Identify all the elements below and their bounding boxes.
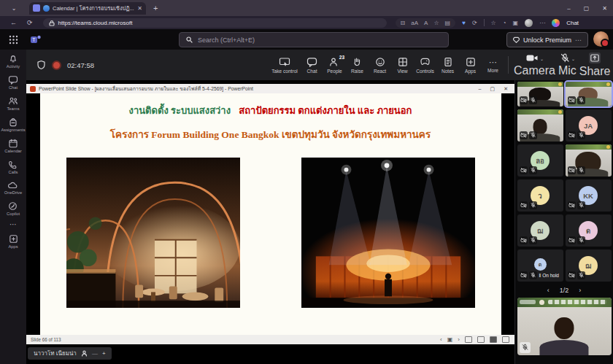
teams-header: T Search (Ctrl+Alt+E) Unlock Premium ⋯ bbox=[0, 29, 613, 50]
browser-profile-avatar[interactable] bbox=[525, 19, 533, 27]
participant-tile[interactable] bbox=[566, 144, 612, 177]
mic-button[interactable]: ⌄ Mic bbox=[557, 53, 578, 77]
unlock-premium-button[interactable]: Unlock Premium ⋯ bbox=[506, 32, 588, 47]
participant-tile[interactable]: ฌ bbox=[517, 214, 563, 247]
ppt-minimize-button[interactable]: – bbox=[479, 86, 482, 92]
new-tab-button[interactable]: + bbox=[153, 4, 158, 12]
camera-off-icon bbox=[520, 201, 528, 209]
collections-icon[interactable]: ▤ bbox=[445, 20, 451, 26]
camera-chevron-icon[interactable]: ⌄ bbox=[540, 56, 544, 62]
participant-tile[interactable]: ฌ bbox=[566, 249, 612, 282]
participant-tile[interactable] bbox=[517, 82, 563, 107]
controls-button[interactable]: Controls bbox=[414, 57, 436, 74]
meeting-timer: 02:47:58 bbox=[67, 61, 94, 69]
shared-screen-stage: PowerPoint Slide Show - [ผลงานเลื่อนเสนอ… bbox=[26, 80, 514, 364]
rail-item-calls[interactable]: Calls bbox=[8, 160, 18, 174]
restore-button[interactable]: ▢ bbox=[584, 5, 590, 12]
tab-search-icon[interactable]: ⌄ bbox=[7, 3, 20, 13]
copilot-icon[interactable] bbox=[552, 19, 560, 27]
rail-item-teams[interactable]: Teams bbox=[7, 96, 19, 111]
more-button[interactable]: ⋯ More bbox=[482, 58, 504, 73]
lock-icon bbox=[49, 20, 55, 26]
rail-item-calendar[interactable]: Calendar bbox=[4, 139, 22, 153]
camera-off-icon bbox=[520, 131, 528, 139]
presenter-share-bar[interactable]: นาวาโท เนียมน่า — + bbox=[28, 347, 112, 360]
browser-toolbar-icons: ⊟ aA A ☆ ▤ ♥ ⟳ ☆ ◔ ▣ ⋯ Chat bbox=[396, 18, 579, 28]
participants-sidebar: JA ลอ bbox=[514, 80, 613, 364]
virtual-bg-banner bbox=[566, 82, 612, 87]
split-screen-icon[interactable]: ⊟ bbox=[401, 20, 406, 26]
mic-chevron-icon[interactable]: ⌄ bbox=[571, 56, 575, 62]
minimize-button[interactable]: – bbox=[567, 5, 570, 12]
previous-slide-button[interactable]: ‹ bbox=[440, 336, 442, 343]
participant-tile[interactable]: KK bbox=[566, 179, 612, 212]
camera-off-icon bbox=[568, 131, 576, 139]
participant-tile[interactable] bbox=[566, 82, 612, 107]
spotlight-participant-tile[interactable] bbox=[517, 298, 612, 355]
refresh-icon[interactable]: ⟳ bbox=[27, 19, 33, 26]
participant-tile[interactable]: ด ‖ On hold bbox=[517, 249, 563, 282]
participant-tile[interactable]: JA bbox=[566, 109, 612, 142]
people-button[interactable]: 23 People bbox=[323, 57, 346, 74]
pager-prev-icon[interactable]: ‹ bbox=[547, 287, 550, 294]
pause-icon: ‖ bbox=[539, 273, 541, 278]
share-bar-add-button[interactable]: + bbox=[102, 350, 106, 357]
back-icon[interactable]: ← bbox=[10, 19, 17, 26]
tile-status-badges bbox=[520, 342, 531, 353]
search-icon bbox=[186, 36, 193, 43]
copilot-chat-label[interactable]: Chat bbox=[566, 20, 579, 26]
meeting-status: 02:47:58 bbox=[36, 60, 94, 70]
rail-item-activity[interactable]: Activity bbox=[7, 54, 20, 69]
ppt-close-button[interactable]: ✕ bbox=[504, 86, 508, 92]
url-field[interactable]: https://teams.cloud.microsoft bbox=[43, 18, 387, 28]
raise-hand-button[interactable]: Raise bbox=[346, 57, 369, 74]
react-button[interactable]: React bbox=[369, 57, 391, 74]
extensions-icon[interactable]: ☆ bbox=[491, 20, 496, 26]
browser-essentials-icon[interactable]: ♥ bbox=[462, 20, 466, 26]
participant-tile[interactable]: ด bbox=[566, 214, 612, 247]
sync-icon[interactable]: ⟳ bbox=[472, 20, 477, 26]
close-button[interactable]: ✕ bbox=[602, 5, 607, 12]
ppt-restore-button[interactable]: ▢ bbox=[490, 86, 496, 92]
presenter-icon bbox=[81, 350, 88, 357]
premium-more-icon[interactable]: ⋯ bbox=[575, 36, 582, 44]
take-control-button[interactable]: Take control bbox=[269, 57, 301, 74]
rail-item-assignments[interactable]: Assignments bbox=[1, 117, 25, 132]
participant-tile[interactable] bbox=[517, 109, 563, 142]
teams-profile-avatar[interactable] bbox=[593, 31, 609, 47]
pager-next-icon[interactable]: › bbox=[579, 287, 581, 294]
apps-button[interactable]: Apps bbox=[459, 57, 482, 74]
search-input[interactable]: Search (Ctrl+Alt+E) bbox=[179, 32, 449, 47]
next-slide-button[interactable]: › bbox=[458, 336, 460, 343]
notes-button[interactable]: Notes bbox=[436, 57, 459, 74]
view-button[interactable]: View bbox=[391, 57, 414, 74]
participant-tile[interactable]: ว bbox=[517, 179, 563, 212]
share-button[interactable]: Share bbox=[578, 53, 612, 78]
see-all-slides-button[interactable] bbox=[465, 336, 472, 343]
screenshot-icon[interactable]: ▣ bbox=[513, 20, 519, 26]
presenter-name: นาวาโท เนียมน่า bbox=[34, 349, 77, 358]
zoom-slide-button[interactable] bbox=[477, 336, 485, 343]
participant-tile[interactable]: ลอ bbox=[517, 144, 563, 177]
current-view-button[interactable] bbox=[490, 336, 497, 343]
chat-button[interactable]: Chat bbox=[301, 57, 323, 74]
pen-tool-button[interactable]: ▣ bbox=[447, 336, 453, 343]
rail-item-more[interactable]: ⋯ bbox=[9, 222, 17, 228]
tab-close-icon[interactable]: ✕ bbox=[137, 5, 142, 12]
browser-more-icon[interactable]: ⋯ bbox=[539, 20, 545, 26]
rail-item-apps[interactable]: Apps bbox=[8, 234, 18, 249]
history-icon[interactable]: ◔ bbox=[503, 20, 506, 26]
browser-tab[interactable]: Calendar | โครงการอบรมเชิงปฏิ... ✕ bbox=[29, 2, 146, 15]
diamond-icon bbox=[513, 36, 520, 43]
participant-silhouette-body bbox=[539, 340, 588, 355]
favorites-star-icon[interactable]: ☆ bbox=[433, 20, 439, 26]
waffle-menu-icon[interactable] bbox=[9, 35, 18, 44]
camera-button[interactable]: ⌄ Camera bbox=[512, 53, 557, 77]
rail-item-copilot[interactable]: Copilot bbox=[7, 201, 20, 216]
slide-heading-line2: โครงการ Forum Building One Bangkok เขตปท… bbox=[40, 126, 501, 142]
rail-item-onedrive[interactable]: OneDrive bbox=[4, 181, 22, 195]
read-aloud-icon[interactable]: A bbox=[424, 20, 428, 26]
rail-item-chat[interactable]: Chat bbox=[8, 75, 18, 90]
translate-icon[interactable]: aA bbox=[411, 20, 418, 26]
presenter-view-button[interactable] bbox=[502, 336, 509, 343]
